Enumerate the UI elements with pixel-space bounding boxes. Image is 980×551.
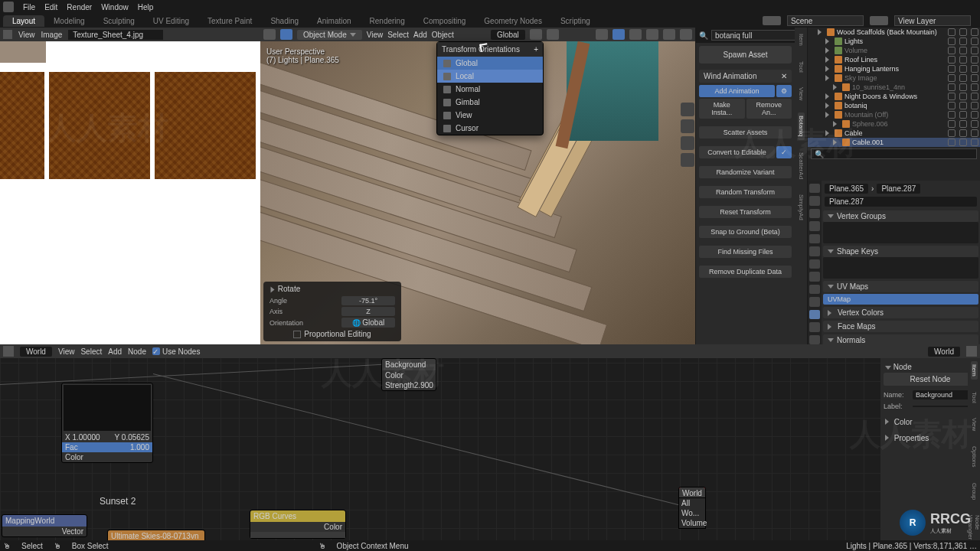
props-tab-particles[interactable]: [809, 272, 820, 281]
props-tab-render[interactable]: [809, 184, 820, 193]
vertex-groups-head[interactable]: Vertex Groups: [823, 210, 978, 222]
remove-dup-button[interactable]: Remove Duplicate Data: [699, 266, 792, 278]
npanel-tab-scatterad[interactable]: ScatterAd: [798, 149, 805, 182]
props-tab-physics[interactable]: [809, 285, 820, 294]
outliner-row[interactable]: botaniq: [808, 101, 980, 110]
find-missing-button[interactable]: Find Missing Files: [699, 246, 792, 258]
menu-render[interactable]: Render: [67, 3, 92, 11]
node-background[interactable]: Background Color Strength2.900: [381, 358, 436, 391]
outliner-row[interactable]: Hanging Lanterns: [808, 64, 980, 73]
orient-global[interactable]: Global: [437, 57, 543, 70]
npanel-tab-botaniq[interactable]: Botaniq: [798, 112, 805, 139]
perspective-icon[interactable]: [681, 153, 694, 167]
axis-value[interactable]: Z: [341, 307, 395, 316]
cursor-tool-icon[interactable]: [280, 29, 292, 40]
spawn-asset-button[interactable]: Spawn Asset: [699, 46, 792, 64]
npanel-tab-tool[interactable]: Tool: [798, 58, 805, 76]
normals-head[interactable]: Normals: [823, 334, 978, 344]
orient-local[interactable]: Local: [437, 70, 543, 83]
workspace-scripting[interactable]: Scripting: [551, 15, 599, 27]
workspace-uv[interactable]: UV Editing: [144, 15, 198, 27]
wind-animation-head[interactable]: Wind Animation✕: [699, 70, 792, 83]
close-icon[interactable]: ✕: [781, 72, 787, 80]
image-menu-image[interactable]: Image: [41, 31, 63, 39]
workspace-animation[interactable]: Animation: [308, 15, 360, 27]
xray-icon[interactable]: [612, 29, 625, 40]
ne-menu-select[interactable]: Select: [80, 347, 102, 356]
vertex-colors-head[interactable]: Vertex Colors: [823, 307, 978, 318]
add-animation-button[interactable]: Add Animation: [699, 85, 775, 97]
shading-wire-icon[interactable]: [629, 29, 642, 40]
outliner-row[interactable]: Volume: [808, 46, 980, 55]
menu-edit[interactable]: Edit: [44, 3, 57, 11]
texture-sheet-canvas[interactable]: [0, 41, 260, 344]
orient-view[interactable]: View: [437, 109, 543, 122]
npanel-tab-item[interactable]: Item: [798, 31, 805, 49]
menu-file[interactable]: File: [23, 3, 35, 11]
workspace-texpaint[interactable]: Texture Paint: [198, 15, 261, 27]
npanel-tab-simplyad[interactable]: SimplyAd: [798, 191, 805, 223]
face-maps-head[interactable]: Face Maps: [823, 321, 978, 332]
orientation-dropdown[interactable]: Global: [491, 30, 525, 40]
uvmap-item[interactable]: UVMap: [823, 294, 978, 305]
outliner-search[interactable]: [811, 148, 977, 159]
workspace-compositing[interactable]: Compositing: [414, 15, 475, 27]
vp-menu-select[interactable]: Select: [387, 31, 409, 39]
outliner-row[interactable]: 10_sunrise1_4nn: [808, 83, 980, 92]
props-tab-output[interactable]: [809, 196, 820, 205]
use-nodes-checkbox[interactable]: ✓Use Nodes: [152, 347, 200, 356]
outliner-row[interactable]: Night Doors & Windows: [808, 92, 980, 101]
props-tab-texture[interactable]: [809, 335, 820, 344]
workspace-sculpting[interactable]: Sculpting: [94, 15, 144, 27]
ne-tab-tool[interactable]: Tool: [971, 389, 978, 406]
convert-editable-check[interactable]: ✓: [776, 146, 792, 158]
ne-menu-view[interactable]: View: [58, 347, 75, 356]
pin-icon[interactable]: [966, 346, 977, 357]
props-tab-viewlayer[interactable]: [809, 209, 820, 218]
props-tab-modifiers[interactable]: [809, 259, 820, 269]
ne-tab-item[interactable]: Item: [971, 361, 978, 380]
camera-icon[interactable]: [681, 136, 694, 150]
props-tab-constraints[interactable]: [809, 297, 820, 306]
scene-name-field[interactable]: [787, 15, 864, 26]
vp-menu-view[interactable]: View: [367, 31, 384, 39]
bc-data[interactable]: Plane.287: [877, 184, 920, 194]
npanel-tab-view[interactable]: View: [798, 84, 805, 103]
outliner-row[interactable]: Cable.001: [808, 138, 980, 147]
ne-tab-wrangler[interactable]: Node Wrangler: [967, 512, 980, 540]
workspace-modeling[interactable]: Modeling: [44, 15, 94, 27]
props-tab-objdata[interactable]: [809, 310, 820, 319]
uvmaps-head[interactable]: UV Maps: [823, 281, 978, 292]
workspace-layout[interactable]: Layout: [3, 15, 44, 27]
node-mapping[interactable]: MappingWorld Vector: [2, 514, 87, 537]
object-mode-dropdown[interactable]: Object Mode: [297, 30, 362, 40]
vp-menu-add[interactable]: Add: [413, 31, 427, 39]
ne-tab-group[interactable]: Group: [971, 480, 978, 503]
reset-node-button[interactable]: Reset Node: [884, 373, 977, 386]
shading-solid-icon[interactable]: [646, 29, 658, 40]
outliner-row[interactable]: Lights: [808, 37, 980, 46]
image-filename[interactable]: Texture_Sheet_4.jpg: [68, 30, 163, 40]
ne-menu-add[interactable]: Add: [108, 347, 122, 356]
add-animation-settings[interactable]: ⚙: [776, 85, 792, 97]
zoom-icon[interactable]: [681, 103, 694, 116]
random-transform-button[interactable]: Random Transform: [699, 186, 792, 198]
viewlayer-name-field[interactable]: [894, 15, 971, 26]
randomize-variant-button[interactable]: Randomize Variant: [699, 166, 792, 178]
ne-tab-options[interactable]: Options: [971, 443, 978, 471]
shader-editor[interactable]: World View Select Add Node ✓Use Nodes Wo…: [0, 344, 980, 540]
menu-help[interactable]: Help: [138, 3, 154, 11]
reset-transform-button[interactable]: Reset Transform: [699, 206, 792, 218]
image-menu-view[interactable]: View: [18, 31, 35, 39]
menu-window[interactable]: Window: [101, 3, 129, 11]
node-rgb-curves[interactable]: RGB Curves Color: [250, 510, 346, 539]
proportional-icon[interactable]: [547, 29, 559, 40]
editor-type-icon[interactable]: [3, 346, 14, 357]
ne-tab-view[interactable]: View: [971, 415, 978, 434]
snap-icon[interactable]: [530, 29, 542, 40]
snap-ground-button[interactable]: Snap to Ground (Beta): [699, 226, 792, 238]
obj-name-field[interactable]: Plane.287: [825, 197, 977, 207]
outliner[interactable]: Wood Scaffolds (Back Mountain)LightsVolu…: [808, 28, 980, 181]
world-dropdown[interactable]: World: [20, 347, 52, 357]
outliner-row[interactable]: Cable: [808, 129, 980, 138]
